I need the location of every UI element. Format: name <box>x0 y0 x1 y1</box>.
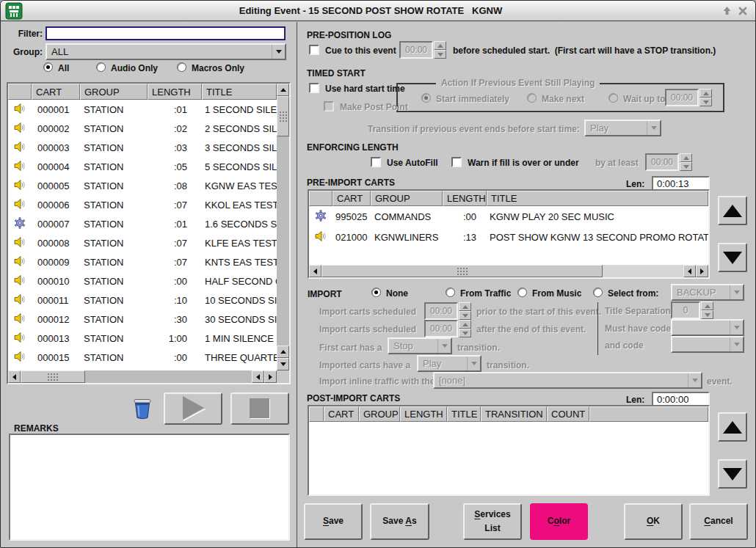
table-row[interactable]: 000002 STATION :02 2 SECONDS SILEN <box>8 119 277 138</box>
remarks-textarea[interactable] <box>9 434 290 541</box>
table-row[interactable]: 000015 STATION :00 THREE QUARTER S <box>8 348 277 367</box>
col-length[interactable]: LENGTH <box>148 84 202 100</box>
pre-import-move-up-button[interactable] <box>718 196 747 225</box>
cancel-button[interactable]: Cancel <box>689 503 748 540</box>
scope-radio-all-label: All <box>58 63 69 73</box>
sched-prior-spinbox[interactable]: 00:00 <box>424 302 471 320</box>
save-as-button[interactable]: Save As <box>370 503 429 540</box>
select-from-select[interactable]: BACKUP <box>671 284 744 301</box>
cell-group: STATION <box>80 161 148 172</box>
pre-import-hscroll-thumb[interactable] <box>321 265 603 277</box>
imported-carts-transition-select[interactable]: Play <box>417 355 481 372</box>
play-button[interactable] <box>164 392 222 425</box>
horizontal-scroll-thumb[interactable] <box>21 370 85 383</box>
make-next-radio[interactable] <box>527 93 537 103</box>
cell-cart: 995025 <box>332 211 371 222</box>
trash-button[interactable] <box>131 397 154 421</box>
cue-time-spinbox[interactable]: 00:00 <box>399 41 446 59</box>
post-import-header: CART GROUP LENGTH TITLE TRANSITION COUNT <box>309 406 708 422</box>
scope-radio-macros-only[interactable] <box>177 62 186 72</box>
scroll-left-button-2[interactable] <box>683 265 696 277</box>
sched-after-spinbox[interactable]: 00:00 <box>424 320 471 337</box>
cue-to-event-checkbox[interactable] <box>309 45 319 55</box>
import-traffic-radio[interactable] <box>446 288 455 297</box>
scroll-up-button[interactable] <box>277 84 289 96</box>
transition-if-select[interactable]: Play <box>584 120 661 136</box>
col-title[interactable]: TITLE <box>202 84 277 100</box>
post-import-move-down-button[interactable] <box>718 459 747 489</box>
wait-time-spinbox[interactable]: 00:00 <box>665 89 712 106</box>
cell-cart: 000011 <box>32 295 80 306</box>
spin-down-icon[interactable] <box>434 50 446 59</box>
table-row[interactable]: 000010 STATION :00 HALF SECOND OF <box>8 271 277 291</box>
title-separation-spinbox[interactable]: 0 <box>671 302 713 319</box>
start-immediately-radio[interactable] <box>421 93 431 103</box>
table-row[interactable]: 000011 STATION :10 10 SECONDS SILE <box>8 291 277 310</box>
and-code-select[interactable] <box>671 336 744 353</box>
scope-radio-all[interactable] <box>43 62 53 72</box>
first-cart-transition-select[interactable]: Stop <box>388 337 452 354</box>
title-separation-label: Title Separation <box>605 306 671 316</box>
table-row[interactable]: 000013 STATION 1:00 1 MIN SILENCE <box>8 329 277 348</box>
scroll-right-button[interactable] <box>696 265 708 277</box>
sched-after-suffix: after the end of this event. <box>476 324 586 335</box>
group-select[interactable]: ALL <box>46 43 286 60</box>
table-row[interactable]: 000012 STATION :30 30 SECONDS SILE <box>8 310 277 329</box>
by-at-least-spinbox[interactable]: 00:00 <box>645 153 692 171</box>
table-row[interactable]: 000006 STATION :07 KKOL EAS TEST IN <box>8 195 277 214</box>
warn-fill-checkbox[interactable] <box>451 157 462 167</box>
scroll-left-button[interactable] <box>309 265 321 277</box>
import-select-from-radio[interactable] <box>593 288 603 297</box>
cell-length: :10 <box>148 295 202 306</box>
scroll-up-button-2[interactable] <box>277 346 289 358</box>
table-row[interactable]: 000008 STATION :07 KLFE EAS TEST IN <box>8 233 277 252</box>
stop-button[interactable] <box>230 392 289 425</box>
table-row[interactable]: 000001 STATION :01 1 SECOND SILENC <box>8 100 277 119</box>
ok-button[interactable]: OK <box>624 503 683 540</box>
col-icon[interactable] <box>8 84 32 100</box>
maximize-button[interactable] <box>719 4 735 18</box>
cell-cart: 000003 <box>32 142 80 153</box>
cell-length: :07 <box>148 200 202 211</box>
scope-radio-audio-only[interactable] <box>96 62 106 72</box>
import-music-radio[interactable] <box>517 288 527 297</box>
services-list-button[interactable]: Services List <box>463 503 522 540</box>
close-button[interactable] <box>735 4 751 18</box>
chevron-down-icon <box>647 121 660 135</box>
table-row[interactable]: 995025 COMMANDS :00 KGNW PLAY 20 SEC MUS… <box>309 206 708 227</box>
scroll-left-button-2[interactable] <box>252 370 264 383</box>
must-have-code-select[interactable] <box>671 319 744 336</box>
use-hard-start-checkbox[interactable] <box>309 83 319 93</box>
spin-up-icon[interactable] <box>434 41 446 50</box>
table-row[interactable]: 000004 STATION :05 5 SECONDS SILEN <box>8 157 277 176</box>
scroll-right-button[interactable] <box>264 370 277 383</box>
use-autofill-checkbox[interactable] <box>371 157 381 167</box>
table-row[interactable]: 000003 STATION :03 3 SECONDS SILEN <box>8 138 277 157</box>
col-cart[interactable]: CART <box>32 84 80 100</box>
make-post-point-checkbox[interactable] <box>324 101 334 112</box>
inline-traffic-select[interactable]: [none] <box>433 372 702 389</box>
import-none-radio[interactable] <box>371 288 381 297</box>
transition-if-label: Transition if previous event ends before… <box>368 124 579 134</box>
cell-length: :08 <box>148 180 202 191</box>
post-import-move-up-button[interactable] <box>718 412 747 442</box>
chevron-down-icon <box>437 339 451 353</box>
scroll-left-button[interactable] <box>8 370 21 383</box>
table-row[interactable]: 021000 KGNWLINERS :13 POST SHOW KGNW 13 … <box>309 227 708 247</box>
color-button[interactable]: Color <box>530 503 588 540</box>
title-bar[interactable]: Editing Event - 15 SECOND POST SHOW ROTA… <box>1 1 755 21</box>
table-row[interactable]: 000005 STATION :08 KGNW EAS TEST I <box>8 176 277 195</box>
scroll-down-button[interactable] <box>277 358 289 370</box>
filter-input[interactable] <box>46 26 286 40</box>
table-row[interactable]: 000009 STATION :07 KNTS EAS TEST IN <box>8 252 277 271</box>
chevron-down-icon <box>730 285 743 299</box>
table-row[interactable]: 000007 STATION :01 1.6 SECONDS SIL <box>8 214 277 233</box>
col-group[interactable]: GROUP <box>80 84 148 100</box>
chevron-down-icon <box>467 357 480 370</box>
speaker-icon <box>14 332 26 343</box>
wait-up-to-radio[interactable] <box>608 93 618 103</box>
save-button[interactable]: Save <box>304 503 363 540</box>
cell-group: STATION <box>80 295 148 306</box>
vertical-scroll-thumb[interactable] <box>277 96 289 136</box>
pre-import-move-down-button[interactable] <box>718 243 747 272</box>
